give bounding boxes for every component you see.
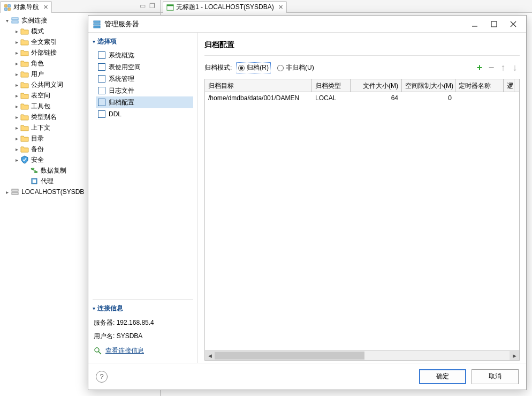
tab-sql-editor[interactable]: 无标题1 - LOCALHOST(SYSDBA) ✕ [163, 1, 287, 13]
expand-icon[interactable]: ▸ [13, 82, 20, 88]
collapse-icon: ▾ [93, 305, 95, 311]
table-body[interactable]: /home/dmdba/data/001/DAMENLOCAL640 [205, 92, 519, 350]
manage-server-dialog: 管理服务器 ▾ 选择项 系统概览表使用空间系统管理日志文件归档配置DDL ▾ 连… [88, 15, 527, 390]
col-spacelimit[interactable]: 空间限制大小(M) [402, 79, 455, 92]
tree-label: 类型别名 [31, 113, 57, 122]
archive-table[interactable]: 归档目标 归档类型 文件大小(M) 空间限制大小(M) 定时器名称 逻 /hom… [204, 79, 520, 361]
expand-icon[interactable]: ▸ [13, 93, 20, 99]
user-value: SYSDBA [117, 332, 143, 340]
folder-icon [20, 123, 29, 132]
radio-archive[interactable]: 归档(R) [236, 62, 271, 73]
cell-spacelimit[interactable]: 0 [402, 92, 455, 105]
option-item[interactable]: DDL [96, 108, 193, 120]
option-item[interactable]: 归档配置 [96, 96, 193, 108]
dialog-titlebar[interactable]: 管理服务器 [88, 16, 526, 33]
svg-point-9 [34, 171, 37, 173]
col-type[interactable]: 归档类型 [312, 79, 351, 92]
svg-rect-5 [167, 4, 173, 6]
cell-filesize[interactable]: 64 [351, 92, 402, 105]
expand-icon[interactable]: ▸ [13, 103, 20, 109]
cancel-button[interactable]: 取消 [472, 369, 519, 384]
view-connection-link[interactable]: 查看连接信息 [93, 343, 193, 358]
navigator-icon [4, 4, 11, 11]
svg-line-22 [98, 352, 101, 354]
option-item[interactable]: 系统概览 [96, 49, 193, 61]
sync-icon [30, 166, 39, 175]
expand-icon[interactable]: ▸ [13, 157, 20, 163]
expand-icon[interactable]: ▸ [13, 28, 20, 34]
dialog-main: 归档配置 归档模式: 归档(R) 非归档(U) + − ↑ ↓ [198, 33, 526, 363]
tree-label: 角色 [31, 59, 44, 68]
expand-icon[interactable]: ▸ [13, 146, 20, 152]
folder-icon [20, 27, 29, 35]
close-icon[interactable]: ✕ [278, 4, 283, 11]
restore-icon[interactable]: ❐ [149, 2, 158, 11]
scroll-track[interactable] [215, 351, 510, 360]
tree-label: 外部链接 [31, 48, 57, 57]
close-button[interactable] [507, 18, 520, 31]
col-timer[interactable]: 定时器名称 [455, 79, 504, 92]
folder-icon [20, 134, 29, 143]
options-section-head[interactable]: ▾ 选择项 [93, 37, 193, 46]
cell-type[interactable]: LOCAL [312, 92, 351, 105]
svg-rect-6 [12, 18, 18, 20]
expand-icon[interactable]: ▸ [13, 114, 20, 120]
move-down-button[interactable]: ↓ [510, 63, 520, 73]
cell-timer[interactable] [455, 92, 504, 105]
svg-rect-14 [94, 21, 100, 23]
folder-icon [20, 48, 29, 57]
tab-label: 对象导航 [13, 3, 39, 12]
server-line: 服务器: 192.168.85.4 [93, 316, 193, 330]
expand-icon[interactable]: ▸ [13, 61, 20, 66]
expand-icon[interactable]: ▸ [3, 189, 11, 195]
svg-rect-0 [5, 4, 7, 6]
move-up-button[interactable]: ↑ [498, 63, 508, 73]
scroll-thumb[interactable] [215, 352, 364, 360]
connection-section-head[interactable]: ▾ 连接信息 [93, 304, 193, 313]
scroll-left-icon[interactable]: ◀ [205, 351, 215, 360]
tree-label: 实例连接 [21, 16, 47, 25]
svg-rect-2 [5, 8, 7, 10]
expand-icon[interactable]: ▸ [13, 125, 20, 131]
expand-icon[interactable]: ▸ [13, 71, 20, 77]
cell-target[interactable]: /home/dmdba/data/001/DAMEN [205, 92, 312, 105]
col-extra[interactable]: 逻 [504, 79, 514, 92]
close-icon[interactable]: ✕ [43, 4, 48, 11]
user-line: 用户名: SYSDBA [93, 330, 193, 343]
expand-icon[interactable]: ▸ [13, 50, 20, 56]
collapse-icon[interactable]: ▾ [3, 18, 11, 24]
svg-rect-13 [12, 192, 18, 195]
tree-label: 备份 [31, 145, 44, 154]
svg-rect-7 [12, 21, 18, 23]
magnifier-icon [94, 347, 102, 355]
minimize-button[interactable] [468, 18, 481, 31]
minimize-icon[interactable]: ▭ [140, 2, 148, 11]
expand-icon[interactable]: ▸ [13, 136, 20, 141]
svg-rect-18 [491, 21, 497, 27]
expand-icon[interactable]: ▸ [13, 39, 20, 45]
horizontal-scrollbar[interactable]: ◀ ▶ [205, 350, 519, 360]
cell-extra[interactable] [504, 92, 514, 105]
tab-object-navigator[interactable]: 对象导航 ✕ [0, 1, 52, 13]
col-target[interactable]: 归档目标 [205, 79, 312, 92]
options-list: 系统概览表使用空间系统管理日志文件归档配置DDL [96, 49, 193, 120]
help-button[interactable]: ? [96, 371, 108, 383]
page-icon [98, 87, 105, 94]
option-item[interactable]: 系统管理 [96, 73, 193, 85]
add-button[interactable]: + [475, 63, 484, 73]
tree-label: 上下文 [31, 123, 50, 132]
maximize-button[interactable] [488, 18, 500, 31]
col-filesize[interactable]: 文件大小(M) [351, 79, 402, 92]
delete-button[interactable]: − [487, 63, 496, 73]
option-item[interactable]: 日志文件 [96, 85, 193, 96]
scroll-right-icon[interactable]: ▶ [510, 351, 519, 360]
svg-point-21 [95, 348, 99, 352]
option-item[interactable]: 表使用空间 [96, 61, 193, 73]
radio-noarchive[interactable]: 非归档(U) [275, 62, 316, 73]
tree-label: 数据复制 [41, 166, 66, 175]
link-text[interactable]: 查看连接信息 [105, 346, 144, 355]
ok-button[interactable]: 确定 [419, 369, 466, 384]
tab-label: 无标题1 - LOCALHOST(SYSDBA) [176, 3, 274, 12]
tree-label: 代理 [41, 177, 54, 186]
table-row[interactable]: /home/dmdba/data/001/DAMENLOCAL640 [205, 92, 519, 105]
